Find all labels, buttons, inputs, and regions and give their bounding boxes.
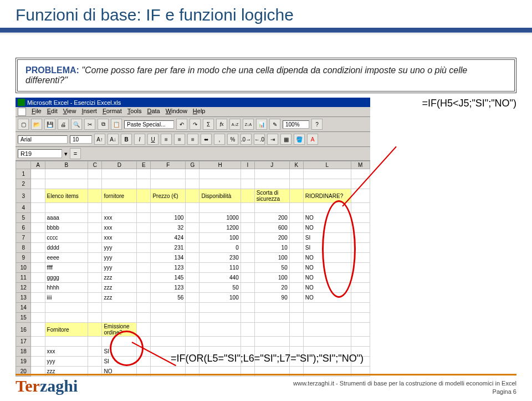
align-left-icon[interactable]: ≡ bbox=[161, 134, 172, 145]
oval-emissione bbox=[110, 331, 144, 366]
col-E[interactable]: E bbox=[137, 161, 151, 169]
print-icon[interactable]: 🖨 bbox=[58, 119, 69, 130]
col-G[interactable]: G bbox=[186, 161, 200, 169]
chevron-down-icon[interactable]: ▾ bbox=[64, 150, 68, 158]
open-icon[interactable]: 📂 bbox=[31, 119, 42, 130]
hdr-fornitore2[interactable]: Fornitore bbox=[45, 323, 88, 337]
problem-label: PROBLEMA: bbox=[25, 65, 79, 75]
table-row: 8ddddyyy231010SI bbox=[16, 243, 370, 253]
col-C[interactable]: C bbox=[88, 161, 102, 169]
fx-icon[interactable]: fx bbox=[216, 119, 227, 130]
preview-icon[interactable]: 🔍 bbox=[71, 119, 82, 130]
sort-za-icon[interactable]: Z↓A bbox=[243, 119, 254, 130]
footer-logo: Terzaghi bbox=[16, 377, 78, 395]
excel-toolbar-1: ▢ 📂 💾 🖨 🔍 ✂ ⧉ 📋 Paste Special... ↶ ↷ Σ f… bbox=[16, 117, 370, 132]
indent-icon[interactable]: ⇥ bbox=[267, 134, 278, 145]
menu-edit[interactable]: Edit bbox=[47, 108, 58, 116]
copy-icon[interactable]: ⧉ bbox=[98, 119, 109, 130]
oval-riordinare bbox=[322, 200, 356, 298]
col-K[interactable]: K bbox=[289, 161, 303, 169]
new-icon[interactable]: ▢ bbox=[18, 119, 29, 130]
italic-icon[interactable]: I bbox=[134, 134, 145, 145]
underline-icon[interactable]: U bbox=[147, 134, 158, 145]
col-L[interactable]: L bbox=[303, 161, 351, 169]
logo-part2: zaghi bbox=[40, 377, 78, 395]
col-J[interactable]: J bbox=[254, 161, 289, 169]
menu-tools[interactable]: Tools bbox=[127, 108, 142, 116]
menu-format[interactable]: Format bbox=[103, 108, 122, 116]
font-color-icon[interactable]: A bbox=[307, 134, 318, 145]
percent-icon[interactable]: % bbox=[227, 134, 238, 145]
col-corner[interactable] bbox=[16, 161, 31, 169]
chart-icon[interactable]: 📊 bbox=[256, 119, 267, 130]
zoom-selector[interactable]: 100% bbox=[283, 120, 309, 129]
excel-title-text: Microsoft Excel - Esercizi Excel.xls bbox=[27, 99, 121, 106]
paste-icon[interactable]: 📋 bbox=[111, 119, 122, 130]
redo-icon[interactable]: ↷ bbox=[190, 119, 201, 130]
menu-view[interactable]: View bbox=[63, 108, 76, 116]
doc-icon bbox=[18, 108, 26, 116]
problem-box: PROBLEMA: "Come posso fare per fare in m… bbox=[16, 58, 516, 93]
col-F[interactable]: F bbox=[151, 161, 186, 169]
col-I[interactable]: I bbox=[241, 161, 254, 169]
menu-file[interactable]: File bbox=[32, 108, 42, 116]
col-M[interactable]: M bbox=[351, 161, 370, 169]
hdr-items[interactable]: Elenco items bbox=[45, 189, 88, 203]
increase-font-icon[interactable]: A↑ bbox=[94, 134, 105, 145]
menu-data[interactable]: Data bbox=[147, 108, 160, 116]
excel-titlebar: Microsoft Excel - Esercizi Excel.xls bbox=[16, 98, 370, 107]
excel-app-icon bbox=[18, 99, 25, 106]
align-center-icon[interactable]: ≡ bbox=[174, 134, 185, 145]
align-right-icon[interactable]: ≡ bbox=[187, 134, 198, 145]
menu-help[interactable]: Help bbox=[193, 108, 206, 116]
formula-2: =IF(OR(L5="SI";L6="SI";L7="SI");"SI";"NO… bbox=[171, 353, 364, 364]
hdr-disp[interactable]: Disponibilità bbox=[200, 189, 241, 203]
sum-icon[interactable]: Σ bbox=[203, 119, 214, 130]
sort-az-icon[interactable]: A↓Z bbox=[229, 119, 241, 130]
undo-icon[interactable]: ↶ bbox=[176, 119, 187, 130]
hdr-prezzo[interactable]: Prezzo (€) bbox=[151, 189, 186, 203]
border-icon[interactable]: ▦ bbox=[280, 134, 291, 145]
hdr-fornitore[interactable]: fornitore bbox=[102, 189, 137, 203]
col-H[interactable]: H bbox=[200, 161, 241, 169]
spreadsheet-grid[interactable]: A B C D E F G H I J K L M 1 2 3 Elenc bbox=[16, 161, 370, 377]
col-A[interactable]: A bbox=[31, 161, 45, 169]
merge-icon[interactable]: ⬌ bbox=[201, 134, 212, 145]
cut-icon[interactable]: ✂ bbox=[84, 119, 95, 130]
column-headers: A B C D E F G H I J K L M bbox=[16, 161, 370, 169]
menu-window[interactable]: Window bbox=[166, 108, 187, 116]
table-row: 6bbbbxxx321200600NO bbox=[16, 223, 370, 233]
excel-menubar[interactable]: File Edit View Insert Format Tools Data … bbox=[16, 107, 370, 117]
col-D[interactable]: D bbox=[102, 161, 137, 169]
formula-1: =IF(H5<J5;"SI";"NO") bbox=[422, 98, 516, 109]
table-row: 11ggggzzz145440100NO bbox=[16, 273, 370, 283]
screenshot-area: =IF(H5<J5;"SI";"NO") =IF(OR(L5="SI";L6="… bbox=[16, 98, 516, 377]
font-size-selector[interactable]: 10 bbox=[70, 135, 92, 144]
col-B[interactable]: B bbox=[45, 161, 88, 169]
name-box[interactable]: R19 bbox=[18, 149, 62, 158]
formula-bar: R19 ▾ = bbox=[16, 147, 370, 161]
problem-text: "Come posso fare per fare in modo che un… bbox=[25, 65, 467, 85]
hdr-scorta[interactable]: Scorta di sicurezza bbox=[254, 189, 289, 203]
excel-window: Microsoft Excel - Esercizi Excel.xls Fil… bbox=[16, 98, 370, 377]
save-icon[interactable]: 💾 bbox=[44, 119, 55, 130]
table-row: 12hhhhzzz1235020NO bbox=[16, 283, 370, 293]
footer-line1: www.terzaghi.it - Strumenti di base per … bbox=[293, 379, 516, 387]
bold-icon[interactable]: B bbox=[121, 134, 132, 145]
formula-eq-btn[interactable]: = bbox=[70, 148, 81, 159]
comma-icon[interactable]: , bbox=[214, 134, 225, 145]
fill-color-icon[interactable]: 🪣 bbox=[294, 134, 305, 145]
dec-decimal-icon[interactable]: ←.0 bbox=[254, 134, 265, 145]
font-name-selector[interactable]: Arial bbox=[18, 135, 68, 144]
logo-part1: Ter bbox=[16, 377, 40, 395]
help-icon[interactable]: ? bbox=[311, 119, 323, 130]
decrease-font-icon[interactable]: A↓ bbox=[108, 134, 119, 145]
hdr-riord[interactable]: RIORDINARE? bbox=[303, 189, 351, 203]
drawing-icon[interactable]: ✎ bbox=[269, 119, 280, 130]
table-row: 5aaaaxxx1001000200NO bbox=[16, 213, 370, 223]
inc-decimal-icon[interactable]: .0→ bbox=[241, 134, 252, 145]
table-row: 13iiiizzz5610090NO bbox=[16, 293, 370, 303]
menu-insert[interactable]: Insert bbox=[81, 108, 97, 116]
paste-special-btn[interactable]: Paste Special... bbox=[124, 120, 174, 129]
footer-text: www.terzaghi.it - Strumenti di base per … bbox=[293, 379, 516, 395]
